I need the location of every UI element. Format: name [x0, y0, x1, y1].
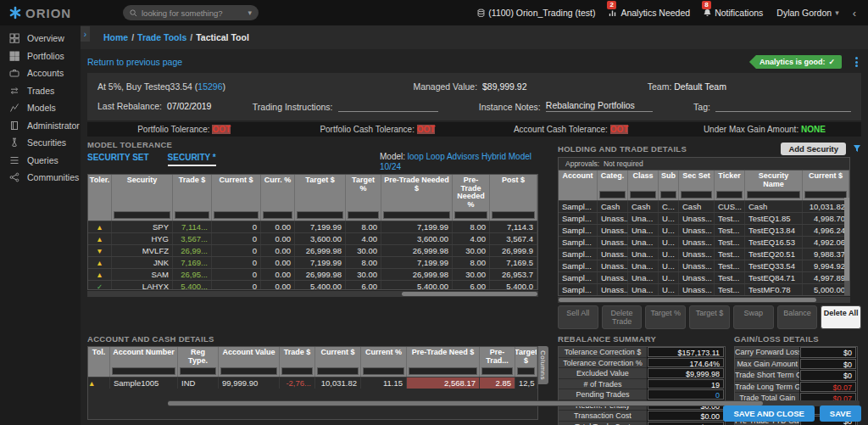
column-header[interactable]: Curr. %: [261, 175, 295, 210]
column-header[interactable]: Pre-Trade Needed $: [381, 175, 453, 210]
filter-cell[interactable]: [803, 190, 849, 200]
analytics-needed-button[interactable]: 2 Analytics Needed: [609, 8, 690, 18]
filter-cell[interactable]: [110, 366, 178, 377]
table-row[interactable]: Sampl...Unass...Una...U...Unass...Test..…: [559, 260, 849, 271]
column-header[interactable]: Tol.: [88, 347, 110, 366]
tab-security-set[interactable]: SECURITY SET: [87, 153, 149, 165]
filter-funnel-icon[interactable]: [853, 144, 861, 153]
table-row[interactable]: ▲SPY7,114...00.007,199.998.007,199.998.0…: [88, 221, 537, 232]
column-header[interactable]: Account Number: [110, 347, 178, 366]
collapse-chevron-icon[interactable]: ‹: [853, 7, 856, 20]
tag-input[interactable]: [715, 100, 851, 112]
table-row[interactable]: ▲HYG3,567...00.003,600.004.003,600.004.0…: [88, 232, 537, 244]
table-row[interactable]: Sampl...Unass...Una...U...Unass...Test..…: [559, 248, 849, 260]
breadcrumb-item[interactable]: Home: [103, 32, 128, 42]
table-row[interactable]: ▲Sample1005IND99,999.90-2,76...10,031.82…: [88, 377, 537, 389]
sidebar-item-overview[interactable]: Overview: [0, 30, 81, 48]
column-header[interactable]: Pre-Trade Needed %: [453, 175, 490, 210]
table-row[interactable]: Sampl...Unass...Una...U...Unass...Test..…: [559, 283, 849, 295]
filter-cell[interactable]: [628, 190, 659, 200]
org-selector[interactable]: (1100) Orion_Trading (test): [477, 8, 595, 18]
table-row[interactable]: Sampl...Unass...Una...U...Unass...Test..…: [559, 236, 849, 248]
column-header[interactable]: Current %: [361, 347, 407, 366]
table-row[interactable]: Sampl...Unass...Una...U...Unass...Test..…: [559, 224, 849, 236]
column-header[interactable]: Trade $: [280, 347, 315, 366]
table-row[interactable]: Sampl...Unass...Una...U...Unass...Test..…: [559, 271, 849, 283]
filter-cell[interactable]: [295, 210, 346, 221]
table-row[interactable]: ✓LAHYX5,400...00.005,400.006.005,400.006…: [88, 280, 537, 290]
filter-cell[interactable]: [178, 366, 219, 377]
filter-cell[interactable]: [361, 366, 407, 377]
filter-cell[interactable]: [453, 210, 490, 221]
sidebar-item-queries[interactable]: Queries: [0, 152, 81, 170]
sidebar-expand-chevron[interactable]: ›: [81, 26, 90, 42]
filter-cell[interactable]: [559, 190, 598, 200]
filter-cell[interactable]: [679, 190, 715, 200]
column-header[interactable]: Class: [628, 171, 659, 190]
return-link[interactable]: Return to previous page: [87, 57, 182, 67]
column-header[interactable]: Post $: [490, 175, 537, 210]
filter-cell[interactable]: [745, 190, 803, 200]
filter-cell[interactable]: [715, 190, 745, 200]
table-row[interactable]: ▲JNK7,169...00.007,199.998.007,199.998.0…: [88, 256, 537, 268]
table-row[interactable]: ▼MVLFZ26,99...00.0026,999.9830.0026,999.…: [88, 244, 537, 256]
filter-cell[interactable]: [88, 210, 112, 221]
sidebar-item-securities[interactable]: Securities: [0, 134, 81, 152]
filter-cell[interactable]: [598, 190, 628, 200]
filter-cell[interactable]: [112, 210, 173, 221]
instance-notes-input[interactable]: Rebalancing Portfolios: [546, 100, 653, 112]
filter-cell[interactable]: [173, 210, 212, 221]
filter-cell[interactable]: [212, 210, 261, 221]
trade-id-link[interactable]: 15296: [198, 81, 222, 92]
horizontal-scrollbar[interactable]: [87, 291, 538, 297]
target-percent-button[interactable]: Target %: [645, 305, 686, 329]
save-and-close-button[interactable]: SAVE AND CLOSE: [723, 405, 814, 422]
save-button[interactable]: SAVE: [820, 405, 861, 422]
filter-cell[interactable]: [88, 366, 110, 377]
filter-cell[interactable]: [515, 366, 537, 377]
analytics-status-badge[interactable]: Analytics is good: ✓: [749, 55, 842, 69]
columns-tab[interactable]: Columns: [538, 346, 548, 384]
column-header[interactable]: Sub: [659, 171, 679, 190]
filter-cell[interactable]: [407, 366, 480, 377]
horizontal-scrollbar[interactable]: [558, 297, 850, 303]
target-dollar-button[interactable]: Target $: [689, 305, 730, 329]
sidebar-item-communities[interactable]: Communities: [0, 169, 81, 187]
column-header[interactable]: Trade $: [173, 175, 212, 210]
filter-cell[interactable]: [346, 210, 381, 221]
column-header[interactable]: Security: [112, 175, 173, 210]
vertical-scrollbar[interactable]: [844, 198, 849, 295]
notifications-button[interactable]: 8 Notifications: [704, 8, 763, 18]
search-input[interactable]: looking for something? ▾: [123, 5, 259, 20]
column-header[interactable]: Current $: [315, 347, 361, 366]
table-row[interactable]: Sampl...CashCashC...CashCUS...Cash10,031…: [559, 200, 849, 212]
column-header[interactable]: Account Value: [219, 347, 280, 366]
sidebar-item-administrator[interactable]: Administrator: [0, 117, 81, 135]
column-header[interactable]: Target %: [346, 175, 381, 210]
sidebar-item-portfolios[interactable]: Portfolios: [0, 48, 81, 65]
column-header[interactable]: Target $: [295, 175, 346, 210]
filter-cell[interactable]: [315, 366, 361, 377]
filter-cell[interactable]: [480, 366, 515, 377]
table-row[interactable]: Sampl...Unass...Una...U...Unass...Test..…: [559, 212, 849, 224]
column-header[interactable]: Current $: [212, 175, 261, 210]
trading-instructions-input[interactable]: [338, 100, 438, 112]
table-row[interactable]: ▲SAM26,95...00.0026,999.9830.0026,999.98…: [88, 268, 537, 280]
column-header[interactable]: Target $: [515, 347, 537, 366]
filter-cell[interactable]: [659, 190, 679, 200]
sell-all-button[interactable]: Sell All: [558, 305, 598, 329]
column-header[interactable]: Current $: [803, 171, 849, 190]
filter-cell[interactable]: [261, 210, 295, 221]
column-header[interactable]: Account: [559, 171, 598, 190]
column-header[interactable]: Security Name: [745, 171, 803, 190]
user-menu[interactable]: Dylan Gordon ▾: [776, 8, 838, 18]
kebab-menu[interactable]: [852, 56, 861, 69]
sidebar-item-trades[interactable]: Trades: [0, 82, 81, 100]
swap-button[interactable]: Swap: [733, 305, 774, 329]
balance-button[interactable]: Balance: [777, 305, 818, 329]
filter-cell[interactable]: [219, 366, 280, 377]
column-header[interactable]: Categ.: [598, 171, 628, 190]
filter-cell[interactable]: [280, 366, 315, 377]
column-header[interactable]: Pre-Trade Need $: [407, 347, 480, 366]
sidebar-item-accounts[interactable]: Accounts: [0, 64, 81, 82]
